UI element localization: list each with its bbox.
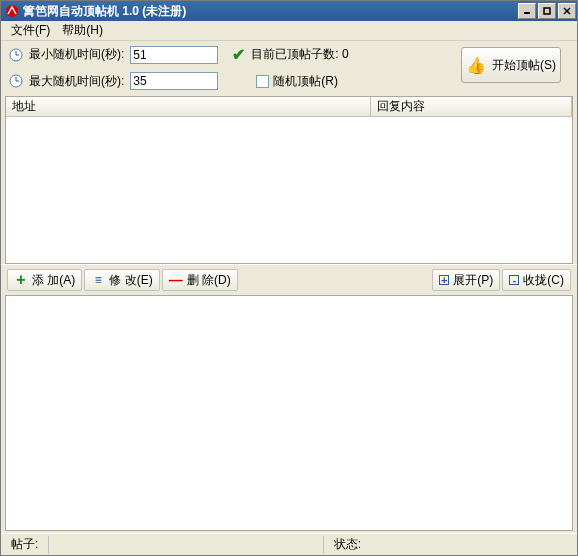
app-icon bbox=[5, 4, 19, 18]
window-controls bbox=[517, 2, 577, 20]
url-table: 地址 回复内容 bbox=[5, 96, 573, 264]
table-header: 地址 回复内容 bbox=[6, 97, 572, 117]
status-post-label: 帖子: bbox=[7, 536, 42, 553]
min-time-input[interactable] bbox=[130, 46, 218, 64]
maximize-button[interactable] bbox=[538, 3, 556, 19]
checkmark-icon: ✔ bbox=[232, 45, 245, 64]
col-header-address[interactable]: 地址 bbox=[6, 97, 371, 116]
titlebar: 篱笆网自动顶帖机 1.0 (未注册) bbox=[1, 1, 577, 21]
edit-icon: ≡ bbox=[91, 273, 105, 287]
clock-icon bbox=[9, 48, 23, 62]
collapse-button[interactable]: - 收拢(C) bbox=[502, 269, 571, 291]
minimize-button[interactable] bbox=[518, 3, 536, 19]
edit-button-label: 修 改(E) bbox=[109, 272, 152, 289]
expand-button-label: 展开(P) bbox=[453, 272, 493, 289]
svg-rect-2 bbox=[544, 8, 550, 14]
table-body[interactable] bbox=[6, 117, 572, 263]
status-state-label: 状态: bbox=[330, 536, 365, 553]
expand-button[interactable]: + 展开(P) bbox=[432, 269, 500, 291]
window-title: 篱笆网自动顶帖机 1.0 (未注册) bbox=[23, 3, 517, 20]
expand-icon: + bbox=[439, 275, 449, 285]
statusbar: 帖子: 状态: bbox=[1, 533, 577, 555]
collapse-button-label: 收拢(C) bbox=[523, 272, 564, 289]
menu-file[interactable]: 文件(F) bbox=[5, 20, 56, 41]
add-button[interactable]: + 添 加(A) bbox=[7, 269, 82, 291]
menu-help[interactable]: 帮助(H) bbox=[56, 20, 109, 41]
max-time-input[interactable] bbox=[130, 72, 218, 90]
minus-icon: — bbox=[169, 273, 183, 287]
collapse-icon: - bbox=[509, 275, 519, 285]
delete-button[interactable]: — 删 除(D) bbox=[162, 269, 238, 291]
max-time-label: 最大随机时间(秒): bbox=[29, 73, 124, 90]
close-button[interactable] bbox=[558, 3, 576, 19]
add-button-label: 添 加(A) bbox=[32, 272, 75, 289]
random-order-label: 随机顶帖(R) bbox=[273, 73, 338, 90]
toolbar: + 添 加(A) ≡ 修 改(E) — 删 除(D) + 展开(P) - 收拢(… bbox=[1, 264, 577, 295]
app-window: 篱笆网自动顶帖机 1.0 (未注册) 文件(F) 帮助(H) 最小随机时间(秒)… bbox=[0, 0, 578, 556]
plus-icon: + bbox=[14, 273, 28, 287]
menubar: 文件(F) 帮助(H) bbox=[1, 21, 577, 41]
thumbs-up-icon: 👍 bbox=[466, 56, 486, 75]
start-button[interactable]: 👍 开始顶帖(S) bbox=[461, 47, 561, 83]
col-header-reply[interactable]: 回复内容 bbox=[371, 97, 572, 116]
random-order-checkbox[interactable] bbox=[256, 75, 269, 88]
status-middle bbox=[48, 536, 323, 554]
delete-button-label: 删 除(D) bbox=[187, 272, 231, 289]
start-button-label: 开始顶帖(S) bbox=[492, 57, 556, 74]
detail-panel[interactable] bbox=[5, 295, 573, 531]
settings-panel: 最小随机时间(秒): ✔ 目前已顶帖子数: 0 最大随机时间(秒): 随机顶帖(… bbox=[1, 41, 577, 94]
edit-button[interactable]: ≡ 修 改(E) bbox=[84, 269, 159, 291]
clock-icon bbox=[9, 74, 23, 88]
posted-count-label: 目前已顶帖子数: 0 bbox=[251, 46, 348, 63]
min-time-label: 最小随机时间(秒): bbox=[29, 46, 124, 63]
